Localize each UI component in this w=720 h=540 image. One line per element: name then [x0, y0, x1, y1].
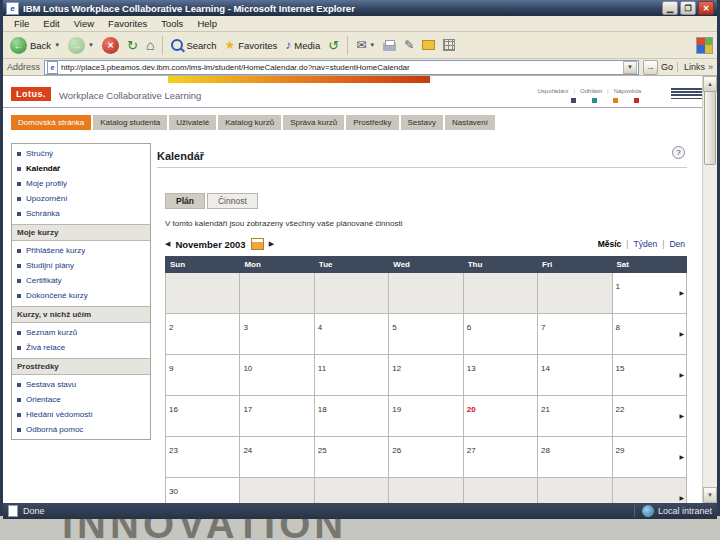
forward-button[interactable]: → ▼: [65, 36, 97, 55]
day-cell-6[interactable]: 6: [463, 314, 537, 355]
nav-tab-katalog-studenta[interactable]: Katalog studenta: [93, 115, 167, 130]
scroll-down-icon[interactable]: ▼: [703, 487, 717, 503]
day-cell-16[interactable]: 16: [166, 396, 240, 437]
menu-item-tools[interactable]: Tools: [154, 18, 190, 29]
menu-item-help[interactable]: Help: [190, 18, 224, 29]
day-cell-23[interactable]: 23: [166, 437, 240, 478]
sidebar-item-sestava-stavu[interactable]: Sestava stavu: [12, 377, 150, 392]
row-expand-arrow-icon[interactable]: ▶: [679, 330, 684, 337]
back-button[interactable]: ← Back ▼: [7, 36, 63, 55]
day-cell-5[interactable]: 5: [389, 314, 463, 355]
sidebar-item-studijni-plany[interactable]: Studijní plány: [12, 258, 150, 273]
mail-dropdown-icon[interactable]: ▼: [369, 42, 375, 48]
nav-tab-prostredky[interactable]: Prostředky: [346, 115, 398, 130]
address-dropdown-icon[interactable]: ▼: [623, 61, 637, 74]
day-cell-3[interactable]: 3: [240, 314, 314, 355]
stop-button[interactable]: ✕: [99, 36, 122, 55]
day-cell-19[interactable]: 19: [389, 396, 463, 437]
menu-item-file[interactable]: File: [7, 18, 36, 29]
nav-tab-nastaveni[interactable]: Nastavení: [445, 115, 495, 130]
utility-link-napoveda[interactable]: Nápověda: [614, 88, 641, 94]
row-expand-arrow-icon[interactable]: ▶: [679, 494, 684, 501]
day-cell-1[interactable]: 1▶: [612, 273, 686, 314]
sidebar-item-odborna-pomoc[interactable]: Odborná pomoc: [12, 422, 150, 437]
search-button[interactable]: Search: [168, 38, 219, 52]
day-cell-2[interactable]: 2: [166, 314, 240, 355]
next-month-button[interactable]: ▶: [269, 240, 274, 248]
day-cell-30[interactable]: 30: [166, 478, 240, 504]
day-cell-11[interactable]: 11: [314, 355, 388, 396]
utility-link-usporadani[interactable]: Uspořádání: [537, 88, 568, 94]
vertical-scrollbar[interactable]: ▲ ▼: [702, 76, 717, 503]
day-cell-4[interactable]: 4: [314, 314, 388, 355]
range-link-den[interactable]: Den: [669, 239, 685, 249]
date-picker-icon[interactable]: [251, 238, 264, 250]
minimize-button[interactable]: ▁: [662, 1, 678, 15]
row-expand-arrow-icon[interactable]: ▶: [679, 453, 684, 460]
sidebar-item-schranka[interactable]: Schránka: [12, 206, 150, 221]
sidebar-item-dokoncene-kurzy[interactable]: Dokončené kurzy: [12, 288, 150, 303]
day-cell-12[interactable]: 12: [389, 355, 463, 396]
messenger-button[interactable]: [440, 38, 458, 52]
sidebar-item-strucny[interactable]: Stručný: [12, 146, 150, 161]
day-cell-22[interactable]: 22▶: [612, 396, 686, 437]
day-cell-24[interactable]: 24: [240, 437, 314, 478]
sidebar-item-certifikaty[interactable]: Certifikáty: [12, 273, 150, 288]
nav-tab-uzivatele[interactable]: Uživatelé: [169, 115, 216, 130]
day-cell-28[interactable]: 28: [538, 437, 612, 478]
media-button[interactable]: ♪ Media: [282, 38, 323, 52]
view-tab-cinnost[interactable]: Činnost: [207, 193, 258, 209]
day-cell-9[interactable]: 9: [166, 355, 240, 396]
sidebar-item-hledani-vedomosti[interactable]: Hledání vědomostí: [12, 407, 150, 422]
row-expand-arrow-icon[interactable]: ▶: [679, 289, 684, 296]
sidebar-item-seznam-kurzu[interactable]: Seznam kurzů: [12, 325, 150, 340]
help-button[interactable]: ?: [672, 146, 685, 159]
utility-link-odhlasit[interactable]: Odhlásit: [580, 88, 602, 94]
day-cell-29[interactable]: 29▶: [612, 437, 686, 478]
scrollbar-thumb[interactable]: [704, 91, 716, 165]
refresh-button[interactable]: ↻: [124, 38, 141, 53]
sidebar-item-upozorneni[interactable]: Upozornění: [12, 191, 150, 206]
sidebar-item-ziva-relace[interactable]: Živá relace: [12, 340, 150, 355]
view-tab-plan[interactable]: Plán: [165, 193, 205, 209]
range-link-mesic[interactable]: Měsíc: [598, 239, 622, 249]
day-cell-8[interactable]: 8▶: [612, 314, 686, 355]
back-dropdown-icon[interactable]: ▼: [54, 42, 60, 48]
range-link-tyden[interactable]: Týden: [634, 239, 658, 249]
print-button[interactable]: [380, 39, 399, 52]
day-cell-15[interactable]: 15▶: [612, 355, 686, 396]
sidebar-item-prihlasene-kurzy[interactable]: Přihlášené kurzy: [12, 243, 150, 258]
close-button[interactable]: ✕: [698, 1, 714, 15]
sidebar-item-kalendar[interactable]: Kalendář: [12, 161, 150, 176]
sidebar-item-orientace[interactable]: Orientace: [12, 392, 150, 407]
day-cell-17[interactable]: 17: [240, 396, 314, 437]
day-cell-20[interactable]: 20: [463, 396, 537, 437]
address-input-wrapper[interactable]: ▼: [44, 60, 639, 75]
menu-item-favorites[interactable]: Favorites: [101, 18, 154, 29]
nav-tab-sestavy[interactable]: Sestavy: [401, 115, 443, 130]
nav-tab-domovska-stranka[interactable]: Domovská stránka: [11, 115, 91, 130]
nav-tab-katalog-kurzu[interactable]: Katalog kurzů: [218, 115, 281, 130]
maximize-button[interactable]: ❐: [680, 1, 696, 15]
prev-month-button[interactable]: ◀: [165, 240, 170, 248]
menu-item-view[interactable]: View: [67, 18, 101, 29]
sidebar-item-moje-profily[interactable]: Moje profily: [12, 176, 150, 191]
forward-dropdown-icon[interactable]: ▼: [88, 42, 94, 48]
links-button[interactable]: Links »: [677, 62, 713, 72]
history-button[interactable]: ↺: [325, 38, 342, 53]
scroll-up-icon[interactable]: ▲: [703, 76, 717, 92]
favorites-button[interactable]: ★ Favorites: [222, 38, 281, 52]
day-cell-18[interactable]: 18: [314, 396, 388, 437]
day-cell-25[interactable]: 25: [314, 437, 388, 478]
day-cell-26[interactable]: 26: [389, 437, 463, 478]
day-cell-7[interactable]: 7: [538, 314, 612, 355]
row-expand-arrow-icon[interactable]: ▶: [679, 412, 684, 419]
nav-tab-sprava-kurzu[interactable]: Správa kurzů: [283, 115, 344, 130]
row-expand-arrow-icon[interactable]: ▶: [679, 371, 684, 378]
discuss-button[interactable]: [419, 39, 438, 51]
edit-button[interactable]: ✎: [401, 38, 417, 52]
day-cell-27[interactable]: 27: [463, 437, 537, 478]
menu-item-edit[interactable]: Edit: [36, 18, 66, 29]
day-cell-21[interactable]: 21: [538, 396, 612, 437]
day-cell-13[interactable]: 13: [463, 355, 537, 396]
